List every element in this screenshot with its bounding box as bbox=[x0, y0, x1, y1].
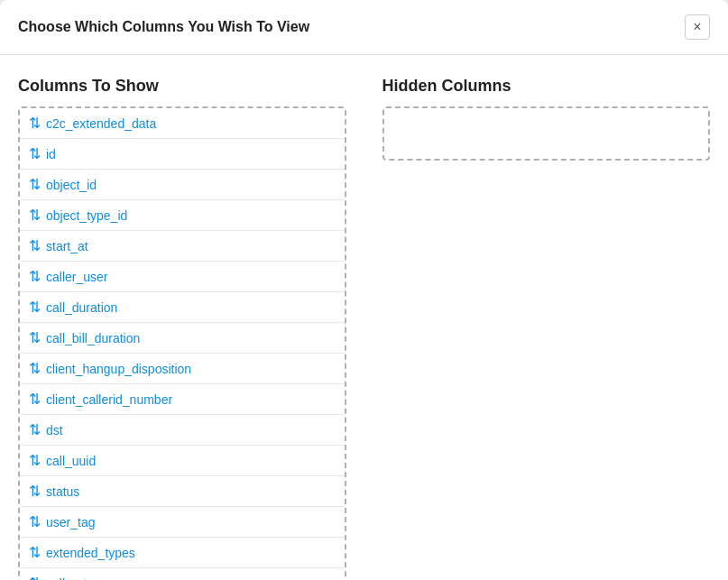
column-name: dst bbox=[46, 423, 63, 437]
column-name: call_duration bbox=[46, 300, 117, 315]
column-name: extended_types bbox=[46, 546, 135, 560]
hidden-columns-title: Hidden Columns bbox=[382, 77, 711, 96]
columns-to-show-section: Columns To Show ⇅c2c_extended_data⇅id⇅ob… bbox=[18, 77, 346, 580]
drag-icon: ⇅ bbox=[29, 268, 41, 285]
dialog-body: Columns To Show ⇅c2c_extended_data⇅id⇅ob… bbox=[0, 55, 728, 580]
list-item[interactable]: ⇅client_hangup_disposition bbox=[20, 354, 345, 384]
column-name: call_rate bbox=[46, 576, 94, 581]
list-item[interactable]: ⇅object_type_id bbox=[20, 200, 345, 231]
column-name: start_at bbox=[46, 239, 88, 253]
drag-icon: ⇅ bbox=[29, 145, 41, 162]
column-name: client_callerid_number bbox=[46, 392, 172, 407]
drag-icon: ⇅ bbox=[29, 544, 41, 561]
list-item[interactable]: ⇅start_at bbox=[20, 231, 345, 262]
hidden-columns-section: Hidden Columns bbox=[382, 77, 711, 580]
drag-icon: ⇅ bbox=[29, 575, 41, 580]
drag-icon: ⇅ bbox=[29, 513, 41, 530]
list-item[interactable]: ⇅status bbox=[20, 476, 345, 507]
columns-to-show-list: ⇅c2c_extended_data⇅id⇅object_id⇅object_t… bbox=[18, 106, 346, 580]
column-name: status bbox=[46, 484, 79, 499]
list-item[interactable]: ⇅call_duration bbox=[20, 292, 345, 323]
drag-icon: ⇅ bbox=[29, 452, 41, 469]
drag-icon: ⇅ bbox=[29, 421, 41, 438]
list-item[interactable]: ⇅dst bbox=[20, 415, 345, 446]
drag-icon: ⇅ bbox=[29, 237, 41, 254]
list-item[interactable]: ⇅c2c_extended_data bbox=[20, 108, 345, 139]
column-name: object_type_id bbox=[46, 208, 127, 223]
columns-to-show-title: Columns To Show bbox=[18, 77, 346, 96]
column-name: id bbox=[46, 147, 56, 161]
drag-icon: ⇅ bbox=[29, 483, 41, 500]
drag-icon: ⇅ bbox=[29, 176, 41, 193]
list-item[interactable]: ⇅call_bill_duration bbox=[20, 323, 345, 354]
list-item[interactable]: ⇅object_id bbox=[20, 170, 345, 200]
close-button[interactable]: × bbox=[685, 14, 710, 40]
column-name: call_bill_duration bbox=[46, 331, 140, 345]
list-item[interactable]: ⇅user_tag bbox=[20, 507, 345, 538]
drag-icon: ⇅ bbox=[29, 115, 41, 132]
list-item[interactable]: ⇅extended_types bbox=[20, 538, 345, 568]
column-name: client_hangup_disposition bbox=[46, 362, 191, 376]
column-name: user_tag bbox=[46, 515, 95, 529]
column-name: c2c_extended_data bbox=[46, 116, 156, 131]
list-item[interactable]: ⇅id bbox=[20, 139, 345, 170]
list-item[interactable]: ⇅caller_user bbox=[20, 262, 345, 292]
drag-icon: ⇅ bbox=[29, 360, 41, 377]
list-item[interactable]: ⇅call_rate bbox=[20, 568, 345, 580]
hidden-columns-list bbox=[382, 106, 711, 161]
dialog: Choose Which Columns You Wish To View × … bbox=[0, 0, 728, 580]
drag-icon: ⇅ bbox=[29, 207, 41, 224]
dialog-header: Choose Which Columns You Wish To View × bbox=[0, 0, 728, 55]
drag-icon: ⇅ bbox=[29, 299, 41, 316]
column-name: call_uuid bbox=[46, 454, 96, 468]
drag-icon: ⇅ bbox=[29, 329, 41, 346]
drag-icon: ⇅ bbox=[29, 391, 41, 408]
column-name: object_id bbox=[46, 178, 97, 192]
list-item[interactable]: ⇅client_callerid_number bbox=[20, 384, 345, 415]
list-item[interactable]: ⇅call_uuid bbox=[20, 446, 345, 476]
column-name: caller_user bbox=[46, 270, 107, 284]
dialog-title: Choose Which Columns You Wish To View bbox=[18, 19, 309, 35]
